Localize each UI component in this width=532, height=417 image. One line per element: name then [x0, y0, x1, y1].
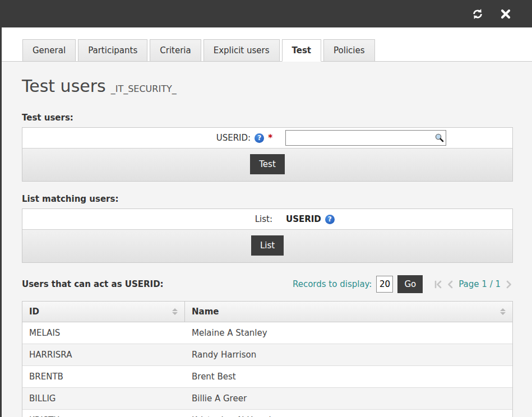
column-header-id-label: ID — [29, 307, 39, 317]
table-row[interactable]: MELAIS Melaine A Stanley — [22, 322, 512, 344]
column-header-name[interactable]: Name — [185, 302, 512, 322]
results-table: ID Name MELAIS Melaine A Stanley HARRISR… — [22, 301, 513, 417]
tab-explicit-users[interactable]: Explicit users — [203, 39, 280, 62]
userid-input[interactable] — [285, 130, 446, 146]
table-row[interactable]: KRISTH Kristopher N Huynh — [22, 410, 512, 417]
list-value: USERID — [286, 214, 321, 224]
first-page-icon[interactable] — [434, 280, 443, 289]
test-button[interactable]: Test — [250, 154, 285, 174]
required-asterisk: * — [268, 133, 272, 143]
next-page-icon[interactable] — [506, 280, 513, 289]
list-help-icon[interactable]: ? — [325, 215, 335, 224]
records-to-display-label: Records to display: — [293, 279, 372, 289]
cell-id: KRISTH — [22, 410, 185, 417]
table-row[interactable]: HARRISRA Randy Harrison — [22, 344, 512, 366]
userid-help-icon[interactable]: ? — [255, 133, 264, 143]
cell-id: BRENTB — [22, 366, 185, 387]
table-row[interactable]: BILLIG Billie A Greer — [22, 388, 512, 410]
page-subtitle: _IT_SECURITY_ — [111, 84, 177, 94]
results-heading: Users that can act as USERID: — [22, 279, 164, 289]
cell-name: Kristopher N Huynh — [185, 410, 512, 417]
table-row[interactable]: BRENTB Brent Best — [22, 366, 512, 388]
table-header-row: ID Name — [22, 302, 512, 322]
list-matching-heading: List matching users: — [22, 194, 513, 204]
page-title: Test users — [22, 76, 106, 96]
sort-icon[interactable] — [172, 308, 178, 315]
list-button[interactable]: List — [251, 235, 284, 256]
close-icon[interactable] — [501, 9, 511, 19]
tab-bar: General Participants Criteria Explicit u… — [0, 27, 532, 62]
content-area: Test users _IT_SECURITY_ Test users: USE… — [0, 76, 532, 417]
cell-id: MELAIS — [22, 322, 185, 344]
list-label: List: — [255, 214, 272, 224]
tab-criteria[interactable]: Criteria — [150, 39, 201, 62]
window-left-border — [0, 0, 2, 417]
cell-name: Melaine A Stanley — [185, 322, 512, 344]
cell-name: Billie A Greer — [185, 388, 512, 409]
cell-name: Brent Best — [185, 366, 512, 387]
tab-policies[interactable]: Policies — [323, 39, 374, 62]
cell-id: BILLIG — [22, 388, 185, 409]
column-header-name-label: Name — [192, 307, 219, 317]
sort-icon[interactable] — [500, 308, 506, 315]
cell-id: HARRISRA — [22, 344, 185, 365]
records-input[interactable] — [376, 276, 393, 293]
userid-label: USERID: — [216, 133, 251, 143]
list-matching-panel: List: USERID ? List — [22, 208, 513, 263]
tab-participants[interactable]: Participants — [78, 39, 147, 62]
tab-test[interactable]: Test — [282, 39, 322, 62]
prev-page-icon[interactable] — [446, 280, 453, 289]
titlebar — [0, 0, 532, 27]
column-header-id[interactable]: ID — [22, 302, 185, 322]
cell-name: Randy Harrison — [185, 344, 512, 365]
search-icon[interactable] — [434, 133, 444, 142]
pagination: Page 1 / 1 — [434, 279, 513, 289]
go-button[interactable]: Go — [397, 275, 423, 293]
test-users-heading: Test users: — [22, 113, 513, 123]
refresh-icon[interactable] — [471, 8, 484, 20]
test-users-panel: USERID: ? * Test — [22, 127, 513, 182]
page-indicator: Page 1 / 1 — [459, 279, 501, 289]
tab-general[interactable]: General — [22, 39, 76, 62]
